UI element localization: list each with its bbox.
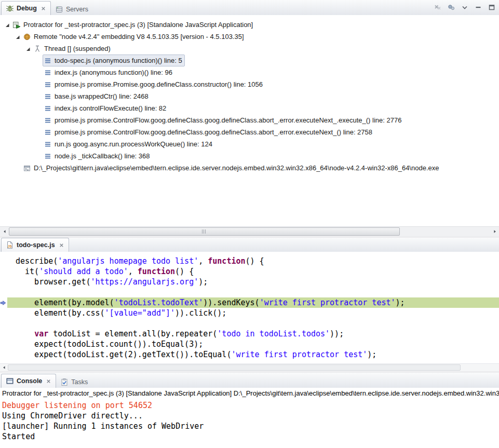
stack-frame-icon: [44, 69, 52, 77]
console-icon: [6, 377, 14, 385]
stack-frame-icon: [44, 116, 52, 125]
debug-tree-row[interactable]: run.js goog.async.run.processWorkQueue()…: [0, 138, 499, 150]
scroll-left-arrow-icon[interactable]: [0, 227, 9, 236]
editor-gutter: [0, 256, 7, 266]
tasks-icon: [60, 378, 69, 386]
tab-tasks[interactable]: Tasks: [56, 376, 92, 388]
editor-gutter: [0, 287, 7, 297]
svg-text:JS: JS: [8, 245, 12, 248]
debug-hscrollbar[interactable]: [0, 226, 499, 236]
tree-item: run.js goog.async.run.processWorkQueue()…: [43, 138, 215, 150]
tree-item: base.js wrappedCtr() line: 2468: [43, 90, 151, 102]
scrollbar-track[interactable]: [8, 364, 499, 371]
close-icon[interactable]: [59, 242, 64, 248]
debug-tree-row[interactable]: Protractor for _test-protractor_spec.js …: [0, 19, 499, 31]
debug-tree-row[interactable]: index.js (anonymous function)() line: 96: [0, 66, 499, 78]
debug-tree-row[interactable]: node.js _tickCallback() line: 368: [0, 150, 499, 162]
console-view: Console Tasks Protractor for _test-protr…: [0, 373, 499, 448]
editor-tabbar: JS todo-spec.js: [0, 238, 499, 252]
code-line: expect(todoList.count()).toEqual(3);: [0, 339, 499, 349]
tree-item-label: D:\_Projects\git\tern.java\eclipse\embed…: [34, 164, 439, 172]
console-tabbar: Console Tasks: [0, 373, 499, 388]
tree-item-label: promise.js promise.ControlFlow.goog.defi…: [55, 128, 372, 136]
view-menu-chevron-icon[interactable]: [461, 3, 469, 11]
console-line: Started: [2, 431, 499, 442]
tree-item-label: index.js (anonymous function)() line: 96: [55, 69, 172, 76]
scrollbar-track[interactable]: [9, 227, 490, 236]
debug-view: Debug Servers Protractor for _test-protr…: [0, 0, 499, 236]
console-process-title: Protractor for _test-protractor_spec.js …: [0, 388, 499, 399]
tab-todo-spec[interactable]: JS todo-spec.js: [1, 238, 69, 252]
tree-item: promise.js promise.ControlFlow.goog.defi…: [43, 126, 375, 138]
tree-item: node.js _tickCallback() line: 368: [43, 150, 153, 162]
debug-tree-row[interactable]: todo-spec.js (anonymous function)() line…: [0, 55, 499, 66]
close-icon[interactable]: [41, 6, 46, 11]
expander-spacer: [34, 92, 43, 101]
editor-gutter: [0, 329, 7, 339]
tree-item: promise.js promise.Promise.goog.defineCl…: [43, 78, 265, 90]
debug-tree-row[interactable]: promise.js promise.ControlFlow.goog.defi…: [0, 126, 499, 138]
code-line: var todoList = element.all(by.repeater('…: [0, 329, 499, 339]
tree-item: D:\_Projects\git\tern.java\eclipse\embed…: [22, 162, 441, 174]
scrollbar-thumb[interactable]: [8, 364, 461, 371]
editor-hscrollbar[interactable]: [0, 363, 499, 371]
console-output[interactable]: Debugger listening on port 54652Using Ch…: [0, 399, 499, 448]
expander-icon[interactable]: [14, 33, 22, 41]
expander-spacer: [34, 152, 43, 160]
debug-tree-row[interactable]: promise.js promise.ControlFlow.goog.defi…: [0, 114, 499, 126]
remove-terminated-icon[interactable]: [434, 3, 442, 11]
expander-icon[interactable]: [24, 45, 32, 53]
tree-item-label: index.js controlFlowExecute() line: 82: [55, 104, 166, 112]
remote-vm-icon: [23, 33, 31, 41]
scrollbar-thumb[interactable]: [9, 227, 400, 236]
scroll-left-arrow-icon[interactable]: [0, 364, 8, 371]
expander-spacer: [34, 116, 43, 125]
code-line: [0, 318, 499, 329]
tab-debug-label: Debug: [17, 5, 37, 12]
expander-spacer: [34, 69, 43, 77]
debug-tree-row[interactable]: promise.js promise.Promise.goog.defineCl…: [0, 78, 499, 90]
tree-item: Protractor for _test-protractor_spec.js …: [11, 19, 255, 31]
tab-servers[interactable]: Servers: [51, 3, 92, 15]
stack-frame-icon: [44, 57, 52, 65]
tree-item-label: node.js _tickCallback() line: 368: [55, 152, 150, 160]
editor-gutter: [0, 349, 7, 360]
stack-frame-icon: [44, 152, 52, 160]
code-line: it('should add a todo', function() {: [0, 266, 499, 277]
console-line: Debugger listening on port 54652: [2, 400, 499, 411]
debug-tree-row[interactable]: base.js wrappedCtr() line: 2468: [0, 90, 499, 102]
tree-item: todo-spec.js (anonymous function)() line…: [43, 55, 185, 66]
console-line: [launcher] Running 1 instances of WebDri…: [2, 421, 499, 431]
servers-icon: [55, 5, 63, 13]
debug-tree-row[interactable]: D:\_Projects\git\tern.java\eclipse\embed…: [0, 162, 499, 174]
close-icon[interactable]: [46, 378, 51, 384]
editor-gutter: [0, 277, 7, 287]
tab-todo-spec-label: todo-spec.js: [17, 241, 55, 249]
stack-frame-icon: [44, 140, 52, 148]
code-line: [0, 287, 499, 297]
editor-gutter: [0, 339, 7, 349]
debug-tree-row[interactable]: Thread [] (suspended): [0, 43, 499, 55]
tree-item-label: promise.js promise.Promise.goog.defineCl…: [55, 80, 263, 88]
tree-item-label: Remote "node v4.2.4" embedding V8 4.5.10…: [34, 33, 244, 40]
view-gears-icon[interactable]: [447, 3, 455, 11]
minimize-button[interactable]: [474, 3, 482, 11]
tree-item: Remote "node v4.2.4" embedding V8 4.5.10…: [22, 31, 247, 43]
stack-frame-icon: [44, 128, 52, 137]
tree-item: index.js controlFlowExecute() line: 82: [43, 102, 169, 114]
tab-console[interactable]: Console: [1, 374, 56, 388]
editor-gutter: [0, 266, 7, 277]
code-editor[interactable]: describe('angularjs homepage todo list',…: [0, 252, 499, 364]
debug-tree-row[interactable]: index.js controlFlowExecute() line: 82: [0, 102, 499, 114]
scroll-right-arrow-icon[interactable]: [490, 227, 499, 236]
scrollbar-grip-icon: [202, 229, 207, 234]
tab-debug[interactable]: Debug: [1, 1, 51, 15]
tree-item-label: Thread [] (suspended): [44, 45, 111, 52]
tree-item: promise.js promise.ControlFlow.goog.defi…: [43, 114, 404, 126]
expander-icon[interactable]: [3, 21, 11, 29]
tree-item-label: promise.js promise.ControlFlow.goog.defi…: [55, 116, 401, 124]
expander-spacer: [34, 140, 43, 148]
maximize-button[interactable]: [488, 3, 496, 11]
launch-icon: [12, 21, 21, 29]
debug-tree-row[interactable]: Remote "node v4.2.4" embedding V8 4.5.10…: [0, 31, 499, 43]
